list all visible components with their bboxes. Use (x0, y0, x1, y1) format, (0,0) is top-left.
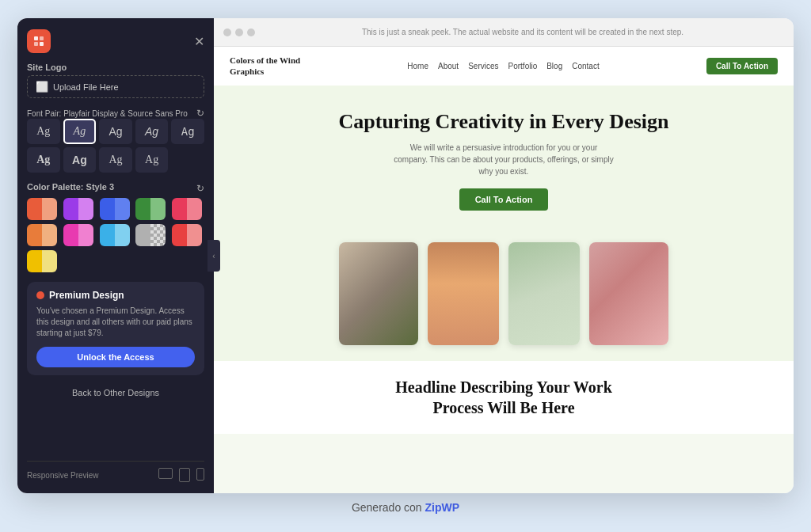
hero-title: Capturing Creativity in Every Design (246, 109, 762, 134)
color-pair-11[interactable] (27, 250, 57, 272)
nav-portfolio[interactable]: Portfolio (508, 62, 538, 70)
panel-header: ✕ (27, 29, 204, 53)
color-section-row: Color Palette: Style 3 ↻ (27, 182, 204, 195)
font-item-8[interactable]: Ag (99, 147, 132, 173)
color-label: Color Palette: Style 3 (27, 182, 114, 192)
refresh-color-icon[interactable]: ↻ (196, 183, 204, 194)
hero-subtitle: We will write a persuasive introduction … (393, 142, 615, 177)
collapse-handle[interactable]: ‹ (208, 240, 220, 272)
premium-dot (36, 291, 44, 299)
left-panel: ✕ Site Logo ⬜ Upload File Here Font Pair… (17, 18, 214, 493)
upload-label: Upload File Here (53, 82, 119, 92)
upload-icon: ⬜ (36, 81, 48, 93)
nav-cta-button[interactable]: Call To Action (706, 58, 778, 74)
refresh-font-icon[interactable]: ↻ (196, 108, 204, 119)
responsive-icons (158, 468, 204, 482)
browser-dots (223, 28, 255, 36)
bottom-section: Headline Describing Your Work Process Wi… (214, 361, 794, 434)
color-grid (27, 198, 204, 272)
phone-icon[interactable] (196, 468, 204, 481)
nav-home[interactable]: Home (407, 62, 428, 70)
color-pair-7[interactable] (63, 224, 93, 246)
color-palette-section: Color Palette: Style 3 ↻ (27, 182, 204, 272)
close-button[interactable]: ✕ (194, 34, 204, 49)
footer-prefix: Generado con (352, 501, 425, 514)
svg-rect-1 (40, 36, 44, 40)
responsive-label: Responsive Preview (27, 471, 99, 480)
nav-about[interactable]: About (438, 62, 459, 70)
premium-description: You've chosen a Premium Design. Access t… (36, 306, 195, 339)
font-pair-section: Font Pair: Playfair Display & Source San… (27, 108, 204, 173)
font-pair-row: Font Pair: Playfair Display & Source San… (27, 108, 204, 119)
color-pair-3[interactable] (100, 198, 130, 220)
premium-box: Premium Design You've chosen a Premium D… (27, 282, 204, 375)
gallery-image-3 (508, 242, 580, 345)
footer-brand: ZipWP (425, 501, 460, 514)
nav-services[interactable]: Services (468, 62, 498, 70)
svg-rect-2 (34, 42, 38, 46)
nav-contact[interactable]: Contact (572, 62, 599, 70)
color-pair-8[interactable] (100, 224, 130, 246)
font-item-7[interactable]: Ag (63, 147, 97, 173)
gallery-image-4 (589, 242, 668, 345)
font-item-6[interactable]: Ag (27, 147, 60, 173)
gallery-section (214, 226, 794, 361)
hero-section: Capturing Creativity in Every Design We … (214, 86, 794, 226)
font-item-1[interactable]: Ag (27, 119, 60, 144)
site-logo-section: Site Logo ⬜ Upload File Here (27, 63, 204, 98)
footer: Generado con ZipWP (352, 501, 459, 514)
site-nav: Colors of the Wind Graphics Home About S… (214, 47, 794, 86)
responsive-bar: Responsive Preview (27, 461, 204, 482)
color-pair-1[interactable] (27, 198, 57, 220)
app-logo (27, 29, 51, 53)
browser-dot-3 (247, 28, 255, 36)
color-pair-4[interactable] (135, 198, 166, 220)
premium-title: Premium Design (36, 290, 195, 301)
nav-links: Home About Services Portfolio Blog Conta… (407, 62, 599, 70)
browser-notice: This is just a sneak peek. The actual we… (261, 28, 784, 36)
color-pair-9[interactable] (135, 224, 166, 246)
main-window: This is just a sneak peek. The actual we… (17, 18, 794, 493)
premium-title-text: Premium Design (49, 290, 124, 301)
font-pair-label: Font Pair: Playfair Display & Source San… (27, 109, 188, 118)
unlock-button[interactable]: Unlock the Access (36, 347, 195, 367)
color-pair-10[interactable] (172, 224, 202, 246)
bottom-headline: Headline Describing Your Work Process Wi… (230, 377, 778, 418)
color-pair-5[interactable] (172, 198, 202, 220)
back-to-designs-button[interactable]: Back to Other Designs (27, 385, 204, 401)
font-grid: Ag Ag Ag Ag Ag Ag Ag Ag Ag (27, 119, 204, 173)
font-item-4[interactable]: Ag (135, 119, 169, 144)
browser-chrome: This is just a sneak peek. The actual we… (214, 18, 794, 47)
tablet-icon[interactable] (179, 468, 190, 482)
svg-rect-3 (40, 42, 44, 46)
gallery-image-1 (339, 242, 418, 345)
desktop-icon[interactable] (158, 468, 173, 479)
font-item-2[interactable]: Ag (63, 119, 97, 144)
browser-dot-1 (223, 28, 231, 36)
upload-box[interactable]: ⬜ Upload File Here (27, 75, 204, 98)
gallery-image-2 (428, 242, 499, 345)
color-pair-6[interactable] (27, 224, 57, 246)
site-logo-label: Site Logo (27, 63, 204, 72)
hero-cta-button[interactable]: Call To Action (459, 188, 549, 211)
font-item-5[interactable]: Ag (171, 119, 204, 144)
nav-blog[interactable]: Blog (546, 62, 562, 70)
color-pair-2[interactable] (63, 198, 93, 220)
svg-rect-0 (34, 36, 38, 40)
preview-area: Colors of the Wind Graphics Home About S… (214, 47, 794, 493)
font-item-9[interactable]: Ag (135, 147, 169, 173)
browser-dot-2 (235, 28, 243, 36)
site-logo: Colors of the Wind Graphics (230, 55, 300, 78)
font-item-3[interactable]: Ag (99, 119, 132, 144)
preview-content: Colors of the Wind Graphics Home About S… (214, 47, 794, 493)
